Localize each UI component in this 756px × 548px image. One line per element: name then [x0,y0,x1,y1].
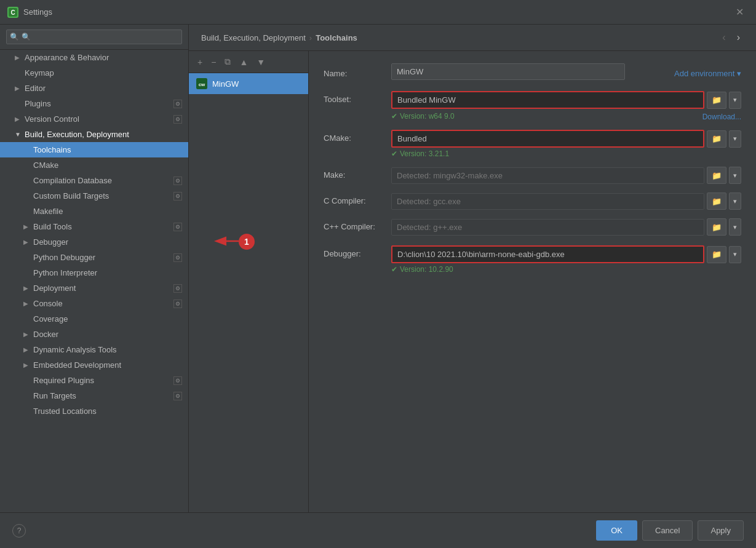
sidebar-item-label: Console [33,299,63,308]
cmake-dropdown-button[interactable]: ▾ [729,130,741,148]
sidebar-item-coverage[interactable]: Coverage [0,311,188,327]
add-environment-button[interactable]: Add environment ▾ [674,65,741,78]
sidebar-item-debugger[interactable]: ▶ Debugger [0,234,188,250]
cmake-browse-button[interactable]: 📁 [707,130,726,148]
check-icon: ✔ [391,149,397,158]
make-dropdown-button[interactable]: ▾ [729,167,741,184]
debugger-browse-button[interactable]: 📁 [707,246,726,263]
cmake-row: CMake: 📁 ▾ ✔ Version: 3.21.1 [324,130,741,158]
cmake-version: ✔ Version: 3.21.1 [391,149,741,158]
cmake-field[interactable] [391,130,704,148]
toolchain-item-icon: cw [196,78,207,89]
c-compiler-dropdown-button[interactable]: ▾ [729,193,741,210]
toolchain-detail: Name: Add environment ▾ Toolset: 📁 ▾ [309,51,756,512]
chevron-icon: ▼ [15,131,22,138]
cpp-compiler-dropdown-button[interactable]: ▾ [729,218,741,236]
sidebar-item-python-debugger[interactable]: Python Debugger ⚙ [0,250,188,265]
download-link[interactable]: Download... [702,113,741,121]
cancel-button[interactable]: Cancel [642,520,693,541]
window-title: Settings [23,7,731,17]
sidebar-item-label: Keymap [25,68,54,77]
sidebar-item-editor[interactable]: ▶ Editor [0,81,188,96]
sidebar-item-keymap[interactable]: Keymap [0,65,188,81]
c-compiler-field-wrap: Detected: gcc.exe 📁 ▾ [391,193,741,210]
sidebar-item-label: Python Debugger [33,253,95,262]
back-arrow[interactable]: ‹ [718,31,729,44]
name-field[interactable] [391,63,625,80]
toolset-browse-button[interactable]: 📁 [707,92,726,109]
breadcrumb-current: Toolchains [316,33,357,42]
debugger-version-text: Version: 10.2.90 [400,265,453,274]
cmake-field-row: 📁 ▾ [391,130,741,148]
toolset-field[interactable] [391,91,704,109]
toolchain-item[interactable]: cw MinGW [189,73,308,94]
c-compiler-row: C Compiler: Detected: gcc.exe 📁 ▾ [324,193,741,210]
c-compiler-browse-button[interactable]: 📁 [707,193,726,210]
remove-toolchain-button[interactable]: − [207,55,220,69]
cpp-compiler-browse-button[interactable]: 📁 [707,218,726,236]
apply-button[interactable]: Apply [698,520,744,541]
sidebar-item-label: Trusted Locations [33,407,97,416]
debugger-dropdown-button[interactable]: ▾ [729,246,741,263]
name-row: Name: Add environment ▾ [324,63,741,80]
move-up-button[interactable]: ▲ [236,55,252,69]
search-input[interactable] [6,30,182,44]
sidebar-item-label: Toolchains [33,145,71,154]
settings-badge: ⚙ [173,115,182,124]
forward-arrow[interactable]: › [733,31,744,44]
sidebar-item-label: Editor [25,84,46,93]
add-toolchain-button[interactable]: + [194,55,206,69]
sidebar-item-build-tools[interactable]: ▶ Build Tools ⚙ [0,219,188,234]
sidebar-item-custom-build-targets[interactable]: Custom Build Targets ⚙ [0,188,188,204]
copy-toolchain-button[interactable]: ⧉ [221,55,234,69]
sidebar-item-compilation-database[interactable]: Compilation Database ⚙ [0,173,188,188]
sidebar-item-deployment[interactable]: ▶ Deployment ⚙ [0,280,188,296]
sidebar-item-trusted-locations[interactable]: Trusted Locations [0,403,188,419]
cpp-compiler-field: Detected: g++.exe [391,219,704,236]
title-bar: C Settings ✕ [0,0,756,25]
settings-badge: ⚙ [173,300,182,308]
close-button[interactable]: ✕ [731,4,749,20]
cmake-field-wrap: 📁 ▾ ✔ Version: 3.21.1 [391,130,741,158]
sidebar-item-version-control[interactable]: ▶ Version Control ⚙ [0,111,188,127]
debugger-field[interactable] [391,245,704,263]
sidebar-item-plugins[interactable]: Plugins ⚙ [0,96,188,111]
sidebar-item-toolchains[interactable]: Toolchains [0,142,188,157]
sidebar-item-embedded-dev[interactable]: ▶ Embedded Development [0,357,188,373]
sidebar-item-python-interpreter[interactable]: Python Interpreter [0,265,188,280]
sidebar-item-console[interactable]: ▶ Console ⚙ [0,296,188,311]
sidebar-item-docker[interactable]: ▶ Docker [0,327,188,342]
sidebar-item-label: Makefile [33,207,63,216]
sidebar-item-appearance[interactable]: ▶ Appearance & Behavior [0,50,188,65]
move-down-button[interactable]: ▼ [253,55,269,69]
ok-button[interactable]: OK [596,520,637,541]
sidebar-item-label: Custom Build Targets [33,191,109,201]
cpp-compiler-label: C++ Compiler: [324,218,391,231]
sidebar-item-build-exec[interactable]: ▼ Build, Execution, Deployment [0,127,188,142]
debugger-label: Debugger: [324,245,391,258]
toolset-version-text: Version: w64 9.0 [400,112,455,121]
toolchain-list-section: + − ⧉ ▲ ▼ cw MinGW [189,51,309,512]
help-button[interactable]: ? [12,524,26,538]
check-icon: ✔ [391,112,397,121]
toolchain-toolbar: + − ⧉ ▲ ▼ [189,51,308,73]
sidebar-item-makefile[interactable]: Makefile [0,204,188,219]
sidebar-item-label: Coverage [33,314,68,324]
make-browse-button[interactable]: 📁 [707,167,726,184]
toolset-dropdown-button[interactable]: ▾ [729,92,741,109]
right-panel: Build, Execution, Deployment › Toolchain… [189,25,756,512]
settings-badge: ⚙ [173,100,182,108]
chevron-icon: ▶ [23,285,31,292]
check-icon: ✔ [391,265,397,274]
svg-text:C: C [10,9,15,16]
make-row: Make: Detected: mingw32-make.exe 📁 ▾ [324,167,741,184]
sidebar-item-cmake[interactable]: CMake [0,157,188,173]
sidebar-item-dynamic-analysis[interactable]: ▶ Dynamic Analysis Tools [0,342,188,357]
sidebar-item-run-targets[interactable]: Run Targets ⚙ [0,388,188,403]
toolset-label: Toolset: [324,91,391,104]
cpp-compiler-field-row: Detected: g++.exe 📁 ▾ [391,218,741,236]
toolchains-panel: + − ⧉ ▲ ▼ cw MinGW [189,51,756,512]
sidebar-item-required-plugins[interactable]: Required Plugins ⚙ [0,373,188,388]
make-label: Make: [324,167,391,180]
sidebar-item-label: Build Tools [33,222,72,231]
